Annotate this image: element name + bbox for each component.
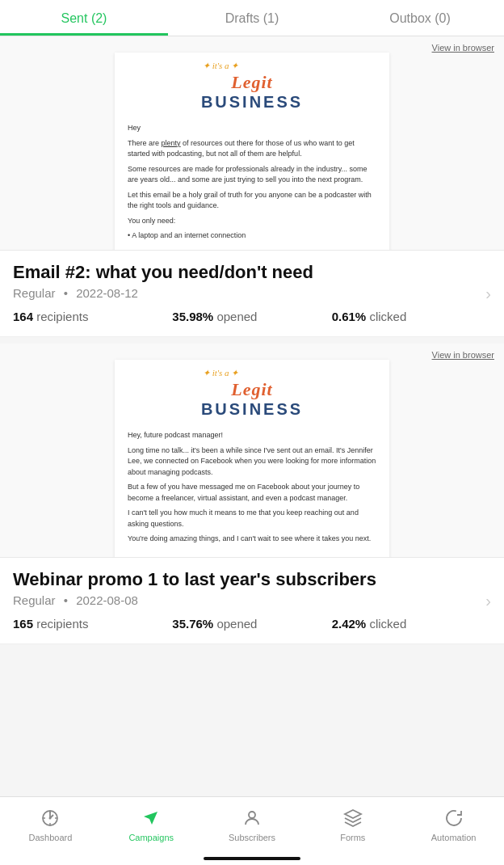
clicked-pct-2: 2.42% <box>332 617 367 631</box>
chevron-icon-1: › <box>485 285 491 303</box>
automation-icon <box>443 807 465 829</box>
email-title-2: Webinar promo 1 to last year's subscribe… <box>13 569 491 590</box>
preview-logo-2: ✦ it's a ✦ Legit BUSINESS <box>128 373 376 419</box>
clicked-label-2: clicked <box>369 617 406 631</box>
nav-label-dashboard: Dashboard <box>28 833 72 842</box>
preview-logo-1: ✦ it's a ✦ Legit BUSINESS <box>128 65 376 112</box>
svg-point-2 <box>249 812 255 818</box>
recipients-label-2: recipients <box>36 617 88 631</box>
stat-recipients-1: 164 recipients <box>13 310 172 323</box>
chevron-icon-2: › <box>485 592 491 610</box>
nav-label-forms: Forms <box>340 833 365 842</box>
logo-its-a-2: ✦ it's a ✦ <box>203 368 239 378</box>
clicked-label-1: clicked <box>369 310 406 323</box>
email-date-1: 2022-08-12 <box>76 286 138 300</box>
email-preview-1[interactable]: View in browser ✦ it's a ✦ Legit BUSINES… <box>0 36 504 251</box>
email-meta-1: Regular • 2022-08-12 <box>13 286 491 300</box>
preview-content-2: ✦ it's a ✦ Legit BUSINESS Hey, future po… <box>115 360 389 558</box>
opened-pct-1: 35.98% <box>172 310 213 323</box>
email-stats-2: 165 recipients 35.76% opened 2.42% click… <box>13 617 491 631</box>
svg-marker-3 <box>345 810 361 818</box>
email-meta-2: Regular • 2022-08-08 <box>13 593 491 607</box>
recipients-number-2: 165 <box>13 617 33 631</box>
email-type-1: Regular <box>13 286 56 300</box>
email-info-1[interactable]: Email #2: what you need/don't need Regul… <box>0 251 504 337</box>
main-content: View in browser ✦ it's a ✦ Legit BUSINES… <box>0 36 504 717</box>
opened-label-2: opened <box>216 617 257 631</box>
opened-pct-2: 35.76% <box>172 617 213 631</box>
nav-item-forms[interactable]: Forms <box>302 804 403 846</box>
tab-drafts[interactable]: Drafts (1) <box>168 0 336 36</box>
opened-label-1: opened <box>216 310 257 323</box>
logo-text-2: ✦ it's a ✦ Legit BUSINESS <box>201 373 303 419</box>
email-stats-1: 164 recipients 35.98% opened 0.61% click… <box>13 310 491 323</box>
view-in-browser-1[interactable]: View in browser <box>432 43 494 53</box>
email-type-2: Regular <box>13 593 56 607</box>
stat-recipients-2: 165 recipients <box>13 617 172 631</box>
logo-legit: Legit <box>201 72 303 93</box>
clicked-pct-1: 0.61% <box>332 310 367 323</box>
nav-label-campaigns: Campaigns <box>128 833 174 842</box>
preview-content-1: ✦ it's a ✦ Legit BUSINESS Hey There are … <box>115 53 389 251</box>
logo-business-2: BUSINESS <box>201 400 303 419</box>
stat-opened-1: 35.98% opened <box>172 310 331 323</box>
email-date-2: 2022-08-08 <box>76 593 138 607</box>
nav-item-subscribers[interactable]: Subscribers <box>202 804 303 846</box>
stat-opened-2: 35.76% opened <box>172 617 331 631</box>
svg-point-1 <box>49 817 52 820</box>
email-card-1: View in browser ✦ it's a ✦ Legit BUSINES… <box>0 36 504 337</box>
recipients-label-1: recipients <box>36 310 88 323</box>
card-separator <box>0 337 504 344</box>
tab-bar: Sent (2) Drafts (1) Outbox (0) <box>0 0 504 36</box>
stat-clicked-1: 0.61% clicked <box>332 310 491 323</box>
tab-sent[interactable]: Sent (2) <box>0 0 168 36</box>
tab-outbox[interactable]: Outbox (0) <box>336 0 504 36</box>
campaigns-icon <box>140 807 162 829</box>
email-card-2: View in browser ✦ it's a ✦ Legit BUSINES… <box>0 344 504 644</box>
preview-text-2: Hey, future podcast manager! Long time n… <box>128 430 376 545</box>
logo-legit-2: Legit <box>201 379 303 400</box>
view-in-browser-2[interactable]: View in browser <box>432 350 494 360</box>
logo-business: BUSINESS <box>201 93 303 112</box>
nav-label-subscribers: Subscribers <box>229 833 275 842</box>
dashboard-icon <box>39 807 61 829</box>
email-preview-2[interactable]: View in browser ✦ it's a ✦ Legit BUSINES… <box>0 344 504 558</box>
preview-text-1: Hey There are plenty of resources out th… <box>128 123 376 242</box>
email-info-2[interactable]: Webinar promo 1 to last year's subscribe… <box>0 558 504 644</box>
logo-its-a: ✦ it's a ✦ <box>203 61 239 71</box>
nav-item-campaigns[interactable]: Campaigns <box>101 804 202 846</box>
subscribers-icon <box>241 807 263 829</box>
logo-text-1: ✦ it's a ✦ Legit BUSINESS <box>201 65 303 112</box>
nav-item-automation[interactable]: Automation <box>403 804 504 846</box>
home-indicator <box>204 857 300 860</box>
email-title-1: Email #2: what you need/don't need <box>13 262 491 283</box>
stat-clicked-2: 2.42% clicked <box>332 617 491 631</box>
nav-item-dashboard[interactable]: Dashboard <box>0 804 101 846</box>
forms-icon <box>342 807 364 829</box>
recipients-number-1: 164 <box>13 310 33 323</box>
nav-label-automation: Automation <box>431 833 477 842</box>
bottom-nav: Dashboard Campaigns Subscribers Forms <box>0 796 504 865</box>
